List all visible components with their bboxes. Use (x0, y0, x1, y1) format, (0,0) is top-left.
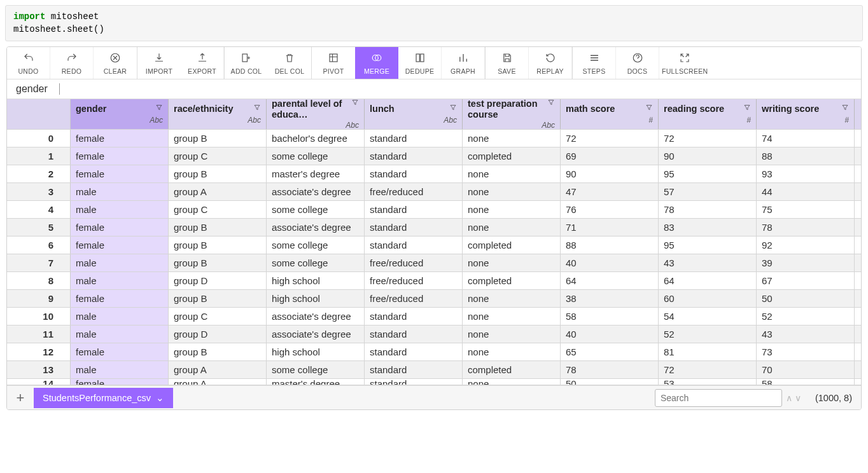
cell[interactable]: none (463, 254, 561, 271)
cell[interactable]: group A (169, 361, 267, 378)
cell[interactable]: 44 (757, 183, 855, 200)
cell[interactable]: group B (169, 165, 267, 182)
filter-icon[interactable] (155, 104, 163, 111)
export-button[interactable]: EXPORT (181, 47, 224, 79)
cell[interactable]: none (463, 308, 561, 325)
cell[interactable]: standard (365, 219, 463, 236)
cell[interactable]: 54 (659, 308, 757, 325)
cell[interactable]: 50 (757, 290, 855, 307)
cell[interactable]: 92 (757, 236, 855, 254)
column-header[interactable]: parental level of educa…Abc (267, 99, 365, 129)
cell[interactable]: 73 (757, 343, 855, 360)
cell[interactable]: 64 (659, 272, 757, 289)
cell[interactable]: male (71, 254, 169, 271)
row-index[interactable]: 5 (7, 219, 71, 236)
cell[interactable]: group B (169, 343, 267, 360)
filter-icon[interactable] (547, 99, 555, 106)
cell[interactable]: high school (267, 343, 365, 360)
cell[interactable]: 95 (659, 165, 757, 182)
sheet-tab[interactable]: StudentsPerformance_csv ⌄ (34, 388, 173, 408)
cell[interactable]: 58 (561, 308, 659, 325)
cell[interactable]: female (71, 290, 169, 307)
cell[interactable]: male (71, 361, 169, 378)
column-header[interactable]: math score# (561, 99, 659, 129)
row-index[interactable]: 6 (7, 236, 71, 254)
search-input[interactable] (661, 393, 776, 403)
cell[interactable]: 40 (561, 254, 659, 271)
del-col-button[interactable]: DEL COL (268, 47, 311, 79)
search-prev-button[interactable]: ∧ (786, 393, 792, 403)
filter-icon[interactable] (253, 104, 261, 111)
cell[interactable]: standard (365, 326, 463, 343)
cell[interactable]: female (71, 236, 169, 254)
cell[interactable]: female (71, 379, 169, 385)
cell[interactable]: master's degree (267, 165, 365, 182)
search-next-button[interactable]: ∨ (795, 393, 801, 403)
cell[interactable]: female (71, 343, 169, 360)
row-index[interactable]: 9 (7, 290, 71, 307)
cell[interactable]: none (463, 343, 561, 360)
row-index[interactable]: 10 (7, 308, 71, 325)
replay-button[interactable]: REPLAY (529, 47, 572, 79)
cell[interactable]: none (463, 130, 561, 147)
cell[interactable]: some college (267, 147, 365, 165)
steps-button[interactable]: STEPS (573, 47, 616, 79)
cell[interactable]: standard (365, 343, 463, 360)
filter-icon[interactable] (841, 104, 849, 111)
row-index[interactable]: 13 (7, 361, 71, 378)
cell[interactable]: associate's degree (267, 183, 365, 200)
cell[interactable]: 72 (561, 130, 659, 147)
cell[interactable]: 71 (561, 219, 659, 236)
cell[interactable]: free/reduced (365, 290, 463, 307)
cell[interactable]: none (463, 290, 561, 307)
cell[interactable]: group B (169, 219, 267, 236)
cell[interactable]: standard (365, 201, 463, 218)
cell[interactable]: none (463, 183, 561, 200)
cell[interactable]: 90 (561, 165, 659, 182)
cell[interactable]: 52 (659, 326, 757, 343)
filter-icon[interactable] (351, 99, 359, 106)
cell[interactable]: none (463, 201, 561, 218)
cell[interactable]: female (71, 219, 169, 236)
filter-icon[interactable] (449, 104, 457, 111)
cell[interactable]: 78 (561, 361, 659, 378)
cell[interactable]: female (71, 165, 169, 182)
row-index[interactable]: 0 (7, 130, 71, 147)
cell[interactable]: free/reduced (365, 183, 463, 200)
cell[interactable]: 76 (561, 201, 659, 218)
cell[interactable]: standard (365, 165, 463, 182)
cell[interactable]: group A (169, 183, 267, 200)
cell[interactable]: associate's degree (267, 219, 365, 236)
row-index[interactable]: 4 (7, 201, 71, 218)
cell[interactable]: 83 (659, 219, 757, 236)
row-index[interactable]: 11 (7, 326, 71, 343)
import-button[interactable]: IMPORT (137, 47, 181, 79)
cell[interactable]: associate's degree (267, 326, 365, 343)
cell[interactable]: free/reduced (365, 254, 463, 271)
cell[interactable]: 50 (561, 379, 659, 385)
row-index[interactable]: 12 (7, 343, 71, 360)
cell[interactable]: male (71, 183, 169, 200)
cell[interactable]: some college (267, 236, 365, 254)
cell[interactable]: 95 (659, 236, 757, 254)
cell[interactable]: completed (463, 147, 561, 165)
cell[interactable]: 58 (757, 379, 855, 385)
column-header[interactable]: test preparation courseAbc (463, 99, 561, 129)
formula-input[interactable] (60, 84, 852, 95)
filter-icon[interactable] (645, 104, 653, 111)
row-index[interactable]: 2 (7, 165, 71, 182)
cell[interactable]: male (71, 308, 169, 325)
merge-button[interactable]: MERGE (355, 47, 398, 79)
row-index[interactable]: 1 (7, 147, 71, 165)
cell[interactable]: 47 (561, 183, 659, 200)
cell[interactable]: 81 (659, 343, 757, 360)
cell[interactable]: group D (169, 326, 267, 343)
cell[interactable]: 74 (757, 130, 855, 147)
cell[interactable]: none (463, 165, 561, 182)
cell[interactable]: 78 (659, 201, 757, 218)
cell[interactable]: none (463, 379, 561, 385)
cell[interactable]: standard (365, 236, 463, 254)
cell[interactable]: 88 (561, 236, 659, 254)
column-header[interactable]: reading score# (659, 99, 757, 129)
cell[interactable]: 65 (561, 343, 659, 360)
